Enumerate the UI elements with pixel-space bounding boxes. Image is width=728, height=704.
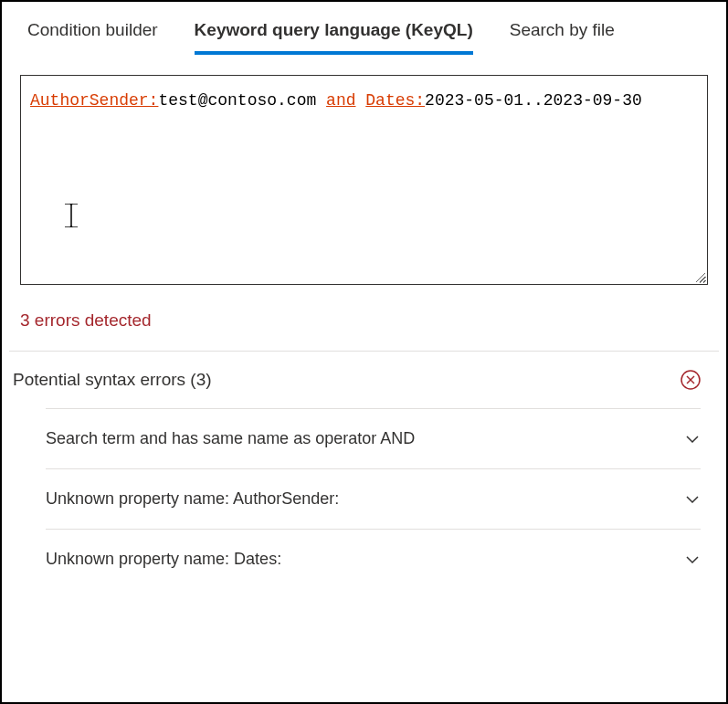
error-item-text: Search term and has same name as operato… (46, 429, 415, 448)
error-item-text: Unknown property name: AuthorSender: (46, 489, 339, 509)
error-item-text: Unknown property name: Dates: (46, 550, 281, 569)
text-cursor-icon (65, 204, 78, 236)
error-summary-text: 3 errors detected (20, 310, 708, 351)
query-input[interactable]: AuthorSender:test@contoso.com and Dates:… (20, 75, 708, 285)
tab-condition-builder[interactable]: Condition builder (27, 20, 158, 55)
query-token-property-error: Dates: (365, 91, 425, 110)
chevron-down-icon (684, 552, 701, 568)
query-token-space (355, 91, 365, 110)
close-icon[interactable] (681, 370, 701, 390)
chevron-down-icon (684, 491, 701, 508)
query-token-operator-error: and (326, 91, 355, 110)
chevron-down-icon (684, 431, 701, 447)
errors-section-header: Potential syntax errors (3) (2, 352, 726, 408)
svg-line-1 (700, 277, 705, 282)
error-item[interactable]: Search term and has same name as operato… (46, 408, 701, 468)
query-token-value: 2023-05-01..2023-09-30 (425, 91, 642, 110)
error-item[interactable]: Unknown property name: Dates: (46, 529, 701, 589)
svg-line-2 (703, 280, 705, 282)
resize-handle-icon[interactable] (694, 271, 705, 282)
error-list: Search term and has same name as operato… (2, 408, 726, 589)
tab-keyql[interactable]: Keyword query language (KeyQL) (195, 20, 473, 55)
svg-line-0 (696, 273, 705, 282)
tab-bar: Condition builder Keyword query language… (2, 2, 726, 55)
errors-section-title: Potential syntax errors (3) (13, 370, 212, 390)
query-token-value: test@contoso.com (158, 91, 326, 110)
error-item[interactable]: Unknown property name: AuthorSender: (46, 468, 701, 529)
query-token-property-error: AuthorSender: (30, 91, 158, 110)
tab-search-by-file[interactable]: Search by file (510, 20, 615, 55)
